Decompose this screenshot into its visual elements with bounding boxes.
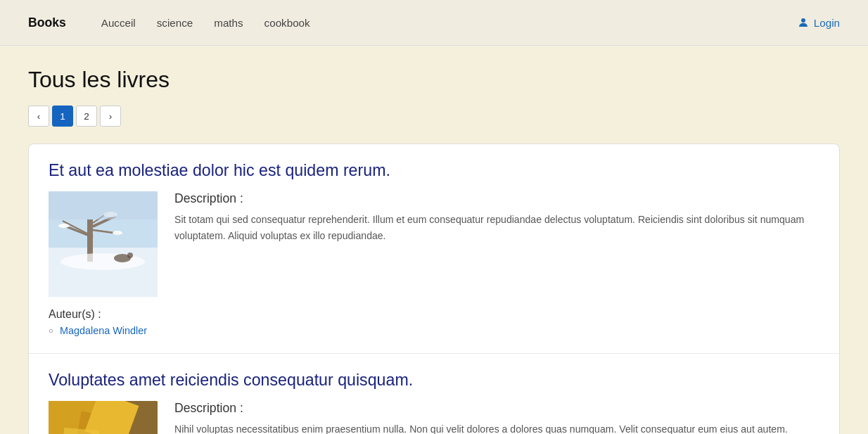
nav-link-science[interactable]: science [157, 17, 193, 29]
svg-point-14 [127, 253, 133, 258]
nav-link-maths[interactable]: maths [214, 17, 243, 29]
cover-image [49, 401, 158, 434]
main-content: Tous les livres ‹ 1 2 › Et aut ea molest… [0, 46, 868, 434]
cover-image [49, 191, 158, 297]
pagination: ‹ 1 2 › [28, 106, 840, 127]
book-title[interactable]: Voluptates amet reiciendis consequatur q… [49, 371, 819, 390]
book-info: Description : Nihil voluptas necessitati… [174, 401, 819, 434]
book-info: Description : Sit totam qui sed consequa… [174, 191, 819, 297]
description-text: Nihil voluptas necessitatibus enim praes… [174, 421, 819, 434]
book-card: Voluptates amet reiciendis consequatur q… [29, 354, 839, 434]
nav-link-accueil[interactable]: Aucceil [101, 17, 136, 29]
book-body: Description : Sit totam qui sed consequa… [49, 191, 819, 297]
author-item[interactable]: Magdalena Windler [60, 325, 819, 336]
pagination-next[interactable]: › [100, 106, 121, 127]
svg-point-0 [801, 18, 805, 23]
login-label: Login [814, 17, 840, 29]
book-body: Description : Nihil voluptas necessitati… [49, 401, 819, 434]
pagination-page-2[interactable]: 2 [76, 106, 97, 127]
description-label: Description : [174, 401, 819, 416]
person-icon [797, 16, 810, 29]
description-text: Sit totam qui sed consequatur reprehende… [174, 212, 819, 243]
pagination-prev[interactable]: ‹ [28, 106, 49, 127]
svg-point-10 [58, 224, 70, 228]
author-label: Auteur(s) : [49, 308, 819, 321]
login-button[interactable]: Login [797, 16, 840, 29]
pagination-page-1[interactable]: 1 [52, 106, 73, 127]
nav-link-cookbook[interactable]: cookbook [264, 17, 310, 29]
brand-logo[interactable]: Books [28, 15, 66, 30]
book-cover [49, 191, 158, 297]
book-title[interactable]: Et aut ea molestiae dolor hic est quidem… [49, 161, 819, 180]
books-container: Et aut ea molestiae dolor hic est quidem… [28, 143, 840, 434]
author-section: Auteur(s) : Magdalena Windler [49, 308, 819, 336]
svg-rect-15 [49, 191, 158, 219]
author-list: Magdalena Windler [49, 325, 819, 336]
navbar: Books Aucceil science maths cookbook Log… [0, 0, 868, 46]
description-label: Description : [174, 191, 819, 206]
page-title: Tous les livres [28, 67, 840, 93]
book-cover [49, 401, 158, 434]
svg-point-11 [113, 231, 122, 235]
book-card: Et aut ea molestiae dolor hic est quidem… [29, 144, 839, 354]
